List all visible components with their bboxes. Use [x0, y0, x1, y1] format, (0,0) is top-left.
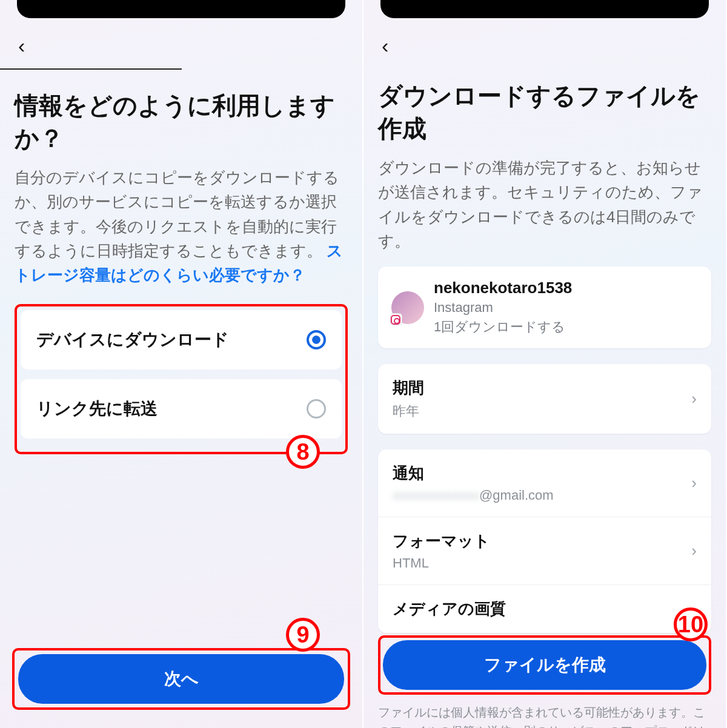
period-card[interactable]: 期間 昨年 › — [378, 364, 711, 434]
status-bar — [17, 0, 345, 18]
right-screenshot: ‹ ダウンロードするファイルを作成 ダウンロードの準備が完了すると、お知らせが送… — [364, 0, 727, 728]
next-button-highlight: 9 次へ — [12, 648, 350, 710]
notification-email-masked: xxxxxxxxxxxxx — [393, 488, 479, 503]
instagram-icon — [391, 315, 400, 325]
footnote: ファイルには個人情報が含まれている可能性があります。このファイルの保管や送信、別… — [378, 703, 711, 728]
option-label: デバイスにダウンロード — [36, 328, 229, 351]
account-status: 1回ダウンロードする — [434, 318, 572, 336]
format-label: フォーマット — [393, 531, 490, 552]
settings-card: 通知 xxxxxxxxxxxxx@gmail.com › フォーマット HTML… — [378, 449, 711, 633]
account-username: nekonekotaro1538 — [434, 279, 572, 297]
page-description: 自分のデバイスにコピーをダウンロードするか、別のサービスにコピーを転送するか選択… — [15, 165, 348, 287]
page-title: ダウンロードするファイルを作成 — [378, 68, 711, 156]
status-bar — [380, 0, 709, 18]
back-button[interactable]: ‹ — [378, 18, 711, 68]
back-button[interactable]: ‹ — [15, 18, 348, 68]
period-label: 期間 — [393, 377, 424, 399]
page-title: 情報をどのように利用しますか？ — [15, 70, 348, 165]
next-button[interactable]: 次へ — [18, 654, 344, 704]
format-row[interactable]: フォーマット HTML › — [378, 517, 711, 584]
notification-row[interactable]: 通知 xxxxxxxxxxxxx@gmail.com › — [378, 449, 711, 517]
account-card: nekonekotaro1538 Instagram 1回ダウンロードする — [378, 266, 711, 348]
format-value: HTML — [393, 555, 490, 571]
avatar — [391, 291, 424, 324]
radio-empty-icon — [307, 399, 326, 419]
account-service: Instagram — [434, 300, 572, 316]
page-description: ダウンロードの準備が完了すると、お知らせが送信されます。セキュリティのため、ファ… — [378, 156, 711, 253]
annotation-badge-9: 9 — [286, 618, 320, 652]
media-quality-label: メディアの画質 — [393, 598, 506, 620]
chevron-right-icon: › — [691, 389, 697, 408]
media-quality-row[interactable]: メディアの画質 — [378, 584, 711, 633]
create-file-highlight: 10 ファイルを作成 — [378, 635, 711, 695]
option-transfer-to-link[interactable]: リンク先に転送 — [21, 379, 342, 438]
left-screenshot: ‹ 情報をどのように利用しますか？ 自分のデバイスにコピーをダウンロードするか、… — [0, 0, 364, 728]
description-text: 自分のデバイスにコピーをダウンロードするか、別のサービスにコピーを転送するか選択… — [15, 168, 339, 260]
option-label: リンク先に転送 — [36, 397, 158, 420]
notification-label: 通知 — [393, 463, 554, 484]
notification-email-suffix: @gmail.com — [479, 488, 554, 503]
option-download-to-device[interactable]: デバイスにダウンロード — [21, 310, 342, 369]
radio-selected-icon — [307, 330, 326, 349]
period-value: 昨年 — [393, 402, 424, 420]
annotation-badge-8: 8 — [286, 435, 320, 469]
annotation-badge-10: 10 — [674, 607, 708, 641]
chevron-right-icon: › — [691, 541, 697, 560]
create-file-button[interactable]: ファイルを作成 — [383, 640, 706, 690]
chevron-right-icon: › — [691, 474, 697, 492]
delivery-option-group: デバイスにダウンロード リンク先に転送 8 — [15, 304, 348, 454]
